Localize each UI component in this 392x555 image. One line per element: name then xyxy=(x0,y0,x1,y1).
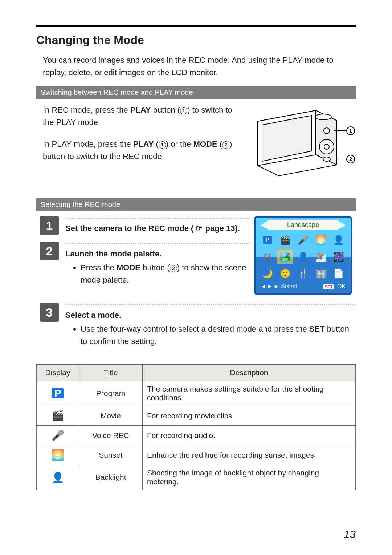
svg-point-8 xyxy=(324,144,329,149)
lcd-palette-figure: Landscape P 🎬 🎤 🌅 👤 Q 🏞️ 👤 ⛷️ 🎆 🌙 � xyxy=(254,216,356,295)
section-heading-selecting: Selecting the REC mode xyxy=(36,198,356,211)
set-label: SET xyxy=(309,324,325,333)
pointer-icon: ☞ xyxy=(196,224,203,233)
dot-rule xyxy=(65,304,356,305)
step3-lead: Select a mode. xyxy=(65,311,121,320)
mode-label: MODE xyxy=(117,263,140,272)
step-2: 2 Launch the mode palette. Press the MOD… xyxy=(36,242,250,288)
step1-trail: page 13). xyxy=(205,224,240,233)
movie-icon: 🎬 xyxy=(277,232,293,248)
step2-lead: Launch the mode palette. xyxy=(65,249,162,258)
fireworks-icon: 🎆 xyxy=(331,249,347,264)
backlight-icon: 👤 xyxy=(331,232,347,248)
text: Use the four-way control to select a des… xyxy=(81,324,309,333)
text-icon: 📄 xyxy=(331,266,347,281)
section-heading-switching: Switching between REC mode and PLAY mode xyxy=(36,86,356,99)
play-label: PLAY xyxy=(130,105,151,114)
diagram-callout-2: 2 xyxy=(349,156,352,162)
portrait-icon: 👤 xyxy=(295,249,311,264)
nav-arrows-icon: ◄▲► xyxy=(261,283,279,290)
th-display: Display xyxy=(37,365,79,381)
th-title: Title xyxy=(79,365,143,381)
step-number-3: 3 xyxy=(40,303,59,322)
callout-one-icon: 1 xyxy=(159,141,166,149)
row-title: Program xyxy=(79,381,143,406)
svg-point-9 xyxy=(323,157,330,161)
lcd-select-label: Select xyxy=(281,283,297,289)
table-row: 🌅 Sunset Enhance the red hue for recordi… xyxy=(37,445,356,465)
lcd-mode-title: Landscape xyxy=(266,220,340,230)
step-number-1: 1 xyxy=(40,216,59,235)
dot-rule xyxy=(65,218,250,219)
lcd-icon-grid: P 🎬 🎤 🌅 👤 Q 🏞️ 👤 ⛷️ 🎆 🌙 🙂 🍴 🏢 xyxy=(259,232,347,281)
page-number: 13 xyxy=(344,528,356,540)
row-desc: For recording audio. xyxy=(143,426,356,445)
lcd-set-badge: SET xyxy=(323,284,334,289)
mode-label: MODE xyxy=(193,139,217,149)
row-desc: The camera makes settings suitable for t… xyxy=(143,381,356,406)
step-1: 1 Set the camera to the REC mode ( ☞ pag… xyxy=(36,216,250,235)
section1-text: In REC mode, press the PLAY button (1) t… xyxy=(43,104,245,163)
kids-icon: 🙂 xyxy=(277,266,293,281)
text: ( xyxy=(220,139,222,149)
mode-table: Display Title Description P Program The … xyxy=(36,364,356,490)
row-title: Movie xyxy=(79,406,143,426)
program-icon: P xyxy=(52,388,64,398)
sunset-icon: 🌅 xyxy=(37,445,79,465)
night-icon: 🌙 xyxy=(259,266,275,281)
callout-one-icon: 1 xyxy=(180,107,187,114)
qmode-icon: Q xyxy=(259,249,275,264)
text: In REC mode, press the xyxy=(43,105,130,114)
dot-rule xyxy=(65,243,250,244)
text: button ( xyxy=(143,263,170,272)
intro-paragraph: You can record images and voices in the … xyxy=(43,54,356,79)
sunset-icon: 🌅 xyxy=(313,232,329,248)
manual-page: Changing the Mode You can record images … xyxy=(0,0,392,555)
backlight-icon: 👤 xyxy=(37,465,79,490)
table-row: 🎬 Movie For recording movie clips. xyxy=(37,406,356,426)
step-number-2: 2 xyxy=(40,242,59,260)
text: button ( xyxy=(153,105,180,114)
food-icon: 🍴 xyxy=(295,266,311,281)
row-desc: For recording movie clips. xyxy=(143,406,356,426)
row-title: Sunset xyxy=(79,445,143,465)
callout-two-icon: 2 xyxy=(222,141,229,149)
lcd-ok-label: OK xyxy=(337,283,346,289)
page-title: Changing the Mode xyxy=(36,33,356,47)
callout-two-icon: 2 xyxy=(170,265,177,272)
table-row: P Program The camera makes settings suit… xyxy=(37,381,356,406)
row-title: Voice REC xyxy=(79,426,143,445)
text: Press the xyxy=(81,263,117,272)
table-row: 👤 Backlight Shooting the image of backli… xyxy=(37,465,356,490)
table-row: 🎤 Voice REC For recording audio. xyxy=(37,426,356,445)
building-icon: 🏢 xyxy=(313,266,329,281)
diagram-callout-1: 1 xyxy=(349,128,352,134)
row-desc: Enhance the red hue for recording sunset… xyxy=(143,445,356,465)
step1-lead: Set the camera to the REC mode ( xyxy=(65,224,193,233)
row-desc: Shooting the image of backlight object b… xyxy=(143,465,356,490)
row-title: Backlight xyxy=(79,465,143,490)
landscape-icon: 🏞️ xyxy=(277,249,293,264)
camera-diagram: W T 1 2 xyxy=(250,104,356,185)
svg-point-6 xyxy=(324,128,330,134)
th-desc: Description xyxy=(143,365,356,381)
play-label: PLAY xyxy=(133,139,154,149)
top-rule xyxy=(36,25,356,27)
step-3: 3 Select a mode. Use the four-way contro… xyxy=(36,303,356,349)
mic-icon: 🎤 xyxy=(295,232,311,248)
mic-icon: 🎤 xyxy=(37,426,79,445)
text: In PLAY mode, press the xyxy=(43,139,133,149)
movie-icon: 🎬 xyxy=(37,406,79,426)
svg-text:W   T: W T xyxy=(321,116,326,119)
text: ) or the xyxy=(166,139,193,149)
snow-icon: ⛷️ xyxy=(313,249,329,264)
program-icon: P xyxy=(263,236,272,244)
text: ( xyxy=(156,139,158,149)
